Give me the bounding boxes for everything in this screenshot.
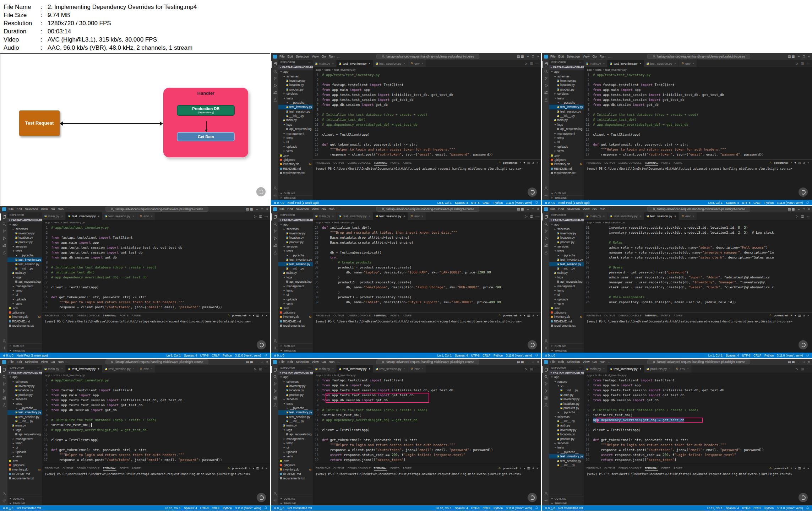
minimize-icon[interactable]: – [798, 55, 800, 58]
testing-icon[interactable] [542, 249, 549, 256]
close-tab-icon[interactable]: × [132, 214, 134, 218]
maximize-panel-icon[interactable]: ∧ [532, 467, 534, 470]
testing-icon[interactable] [271, 402, 278, 409]
menu-edit[interactable]: Edit [557, 360, 566, 364]
panel-tab-debug-console[interactable]: DEBUG CONSOLE [618, 314, 642, 317]
new-terminal-icon[interactable]: + [520, 161, 522, 164]
window-title-searchbar[interactable]: fastapi-advanced-request-handling-middle… [647, 54, 750, 59]
code-editor[interactable]: 1# app/tests/test_inventory.py23from fas… [42, 377, 270, 465]
close-panel-icon[interactable]: × [536, 161, 538, 164]
settings-gear-icon[interactable] [0, 497, 7, 504]
new-terminal-icon[interactable]: + [249, 314, 251, 317]
code-line[interactable]: 75 # Role assignments [584, 295, 812, 300]
tree-item-logs[interactable]: ▾logs [549, 123, 584, 127]
tree-item-services[interactable]: ▸services [278, 92, 313, 96]
menu-selection[interactable]: Selection [565, 55, 581, 58]
status-item[interactable]: CRLF [753, 506, 761, 510]
bell-icon[interactable] [806, 506, 809, 510]
panel-tab-ports[interactable]: PORTS [661, 314, 671, 317]
minimize-icon[interactable]: – [798, 360, 800, 364]
tree-item-inventory.py[interactable]: inventory.py [278, 78, 313, 83]
code-line[interactable]: 70 password = get_password_hash("passwor… [584, 270, 812, 275]
tree-item-logs[interactable]: ▾logs [278, 275, 313, 279]
tree-item-tests[interactable]: ▾tests [278, 249, 313, 253]
terminal-output[interactable]: (venv) PS C:\Users\Nertil\OneDrive\Docum… [584, 471, 812, 505]
code-line[interactable]: 19 return response.json()["access_token"… [584, 457, 812, 462]
status-item[interactable]: CRLF [753, 201, 761, 205]
menu-more-icon[interactable]: … [607, 360, 613, 364]
code-line[interactable]: 17 response = client.post("/auth/token",… [313, 152, 541, 157]
panel-tab-terminal[interactable]: TERMINAL [103, 312, 116, 318]
code-line[interactable]: 10initialize_test_db() [42, 423, 270, 428]
modified-dot-icon[interactable]: ● [369, 367, 371, 370]
status-item[interactable]: 3.11.0 ('venv': venv) [506, 354, 532, 357]
tree-item-.env[interactable]: .env [278, 458, 313, 463]
code-line[interactable]: 39 db, name="Tablet", description="Stylu… [313, 300, 541, 305]
editor-tab-env[interactable]: ⚙env× [137, 365, 155, 373]
editor-tab-main.py[interactable]: main.py× [584, 212, 607, 220]
code-line[interactable]: 1# app/tests/test_inventory.py [42, 225, 270, 230]
breadcrumb[interactable]: app›tests›test_inventory.py [313, 67, 541, 72]
editor-tab-test_session.py[interactable]: test_session.py× [373, 60, 408, 67]
tree-item-test_session.py[interactable]: test_session.py [278, 415, 313, 419]
section-outline[interactable]: ▸OUTLINE [549, 496, 584, 501]
status-item[interactable]: 3.11.0 ('venv': venv) [235, 354, 261, 357]
code-line[interactable]: 3from fastapi.testclient import TestClie… [42, 388, 270, 393]
tree-item-ui[interactable]: ▸ui [7, 445, 42, 450]
editor-tab-test_inventory.py[interactable]: test_inventory.py× [607, 60, 644, 67]
breadcrumb[interactable]: app›tests›test_session.py [313, 220, 541, 225]
bell-icon[interactable] [535, 201, 538, 205]
tree-item-test_inventory.py[interactable]: test_inventory.py [549, 454, 584, 458]
menu-selection[interactable]: Selection [565, 207, 581, 211]
split-editor-icon[interactable]: ◫ [259, 367, 262, 371]
panel-tab-output[interactable]: OUTPUT [62, 467, 73, 469]
panel-tab-debug-console[interactable]: DEBUG CONSOLE [618, 467, 642, 469]
tree-item-test_inventory.py[interactable]: test_inventory.py [549, 105, 584, 109]
tree-item-venv[interactable]: ▸venv [549, 149, 584, 153]
status-item[interactable]: Python [223, 354, 232, 357]
close-tab-icon[interactable]: × [422, 214, 424, 218]
tree-item-.env[interactable]: .env [549, 306, 584, 310]
breadcrumb-item[interactable]: app [316, 374, 321, 377]
source-control-icon[interactable] [271, 75, 278, 82]
tree-item-README.md[interactable]: README.md [278, 319, 313, 324]
section-timeline[interactable]: ▸TIMELINE [278, 348, 313, 353]
section-outline[interactable]: ▸OUTLINE [278, 496, 313, 501]
code-line[interactable]: 7from app.db.session import get_db [42, 255, 270, 260]
code-line[interactable]: 19 return response.json()["access_token"… [313, 457, 541, 462]
explorer-icon[interactable] [271, 61, 278, 68]
code-editor[interactable]: 1# app/tests/test_inventory.py23from fas… [584, 72, 812, 159]
tree-item-inventory.db[interactable]: inventory.dbM [7, 315, 42, 319]
code-line[interactable]: 27 Base.metadata.create_all(bind=test_en… [313, 240, 541, 245]
panel-tab-output[interactable]: OUTPUT [604, 467, 615, 469]
chevron-down-icon[interactable]: ▾ [795, 161, 796, 164]
code-line[interactable]: 11# app.dependency_overrides[get_db] = g… [42, 275, 270, 280]
tree-item-temp[interactable]: ▸temp [278, 288, 313, 293]
maximize-panel-icon[interactable]: ∧ [532, 161, 534, 164]
project-root-row[interactable]: ▾FASTAPI-ADVANCED-REQ... [278, 65, 313, 70]
panel-tab-azure[interactable]: AZURE [403, 162, 412, 164]
tree-item-auth.py[interactable]: auth.py [549, 393, 584, 397]
code-line[interactable]: 6from app.tests.test_session import get_… [313, 97, 541, 102]
explorer-more-icon[interactable]: ⋯ [308, 366, 311, 369]
menu-run[interactable]: Run [327, 207, 336, 211]
code-line[interactable]: 67 clerk_role = role_repository.create(d… [584, 255, 812, 260]
run-debug-icon[interactable] [542, 387, 549, 395]
tree-item-.env[interactable]: .env [549, 153, 584, 157]
run-button[interactable]: ▷ [525, 367, 528, 371]
menu-run[interactable]: Run [598, 207, 607, 211]
tree-item-api_requests.log[interactable]: api_requests.log [549, 279, 584, 284]
editor-tab-test_inventory.py[interactable]: test_inventory.py× [337, 212, 373, 220]
bell-icon[interactable] [535, 506, 538, 510]
menu-selection[interactable]: Selection [294, 360, 310, 364]
code-line[interactable]: 2 [584, 77, 812, 82]
tree-item-ui[interactable]: ▸ui [7, 293, 42, 297]
close-panel-icon[interactable]: × [807, 467, 809, 470]
code-editor[interactable]: 24def initialize_test_db():25 """Drop an… [313, 225, 541, 312]
code-line[interactable]: 31 # Create products [313, 260, 541, 265]
run-debug-icon[interactable] [542, 82, 549, 89]
editor-tab-test_inventory.py[interactable]: test_inventory.py● [337, 365, 373, 373]
tree-item-app[interactable]: ▾app [549, 375, 584, 379]
settings-gear-icon[interactable] [271, 497, 278, 504]
code-line[interactable]: 13client = TestClient(app) [42, 437, 270, 442]
